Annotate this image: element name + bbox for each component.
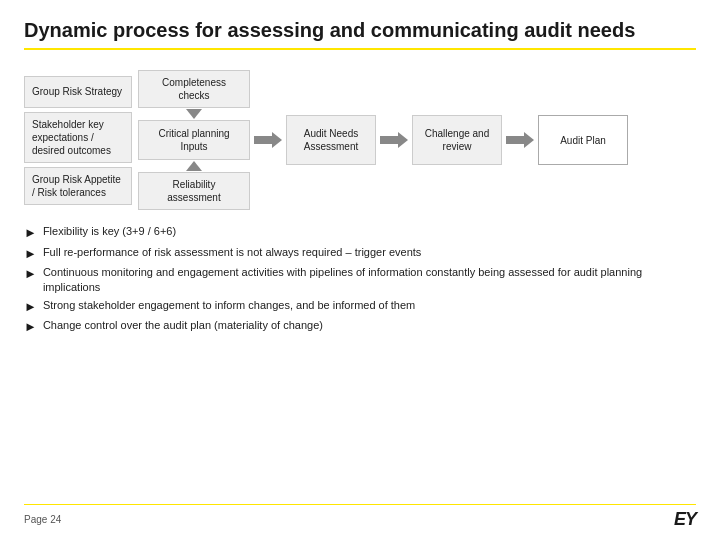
reliability-box: Reliability assessment — [138, 172, 250, 210]
bullet-arrow-icon: ► — [24, 224, 37, 242]
bullet-item: ► Change control over the audit plan (ma… — [24, 318, 696, 336]
arrow-right-2 — [380, 131, 408, 149]
completeness-box: Completeness checks — [138, 70, 250, 108]
svg-marker-1 — [380, 132, 408, 148]
footer: Page 24 EY — [24, 504, 696, 530]
arrow-down-icon — [186, 109, 202, 119]
arrow-right-1 — [254, 131, 282, 149]
ey-logo: EY — [674, 509, 696, 530]
bullet-item: ► Strong stakeholder engagement to infor… — [24, 298, 696, 316]
group-risk-appetite-box: Group Risk Appetite / Risk tolerances — [24, 167, 132, 205]
bullet-item: ► Continuous monitoring and engagement a… — [24, 265, 696, 295]
challenge-review-box: Challenge and review — [412, 115, 502, 165]
stakeholder-key-box: Stakeholder key expectations / desired o… — [24, 112, 132, 163]
arrow-up-icon — [186, 161, 202, 171]
bullet-arrow-icon: ► — [24, 265, 37, 283]
audit-needs-box: Audit Needs Assessment — [286, 115, 376, 165]
left-boxes: Group Risk Strategy Stakeholder key expe… — [24, 76, 132, 205]
bullet-arrow-icon: ► — [24, 298, 37, 316]
bullet-arrow-icon: ► — [24, 318, 37, 336]
svg-marker-0 — [254, 132, 282, 148]
page-number: Page 24 — [24, 514, 61, 525]
middle-col: Completeness checks Critical planning In… — [138, 70, 250, 210]
diagram-wrapper: Group Risk Strategy Stakeholder key expe… — [24, 70, 696, 210]
page-title: Dynamic process for assessing and commun… — [24, 18, 696, 50]
critical-box: Critical planning Inputs — [138, 120, 250, 160]
arrow-right-3 — [506, 131, 534, 149]
group-risk-strategy-box: Group Risk Strategy — [24, 76, 132, 108]
bullet-item: ► Full re-performance of risk assessment… — [24, 245, 696, 263]
page: Dynamic process for assessing and commun… — [0, 0, 720, 540]
svg-marker-2 — [506, 132, 534, 148]
diagram-area: Group Risk Strategy Stakeholder key expe… — [24, 66, 696, 210]
audit-plan-box: Audit Plan — [538, 115, 628, 165]
bullet-item: ► Flexibility is key (3+9 / 6+6) — [24, 224, 696, 242]
bullet-arrow-icon: ► — [24, 245, 37, 263]
bullets-section: ► Flexibility is key (3+9 / 6+6) ► Full … — [24, 224, 696, 504]
